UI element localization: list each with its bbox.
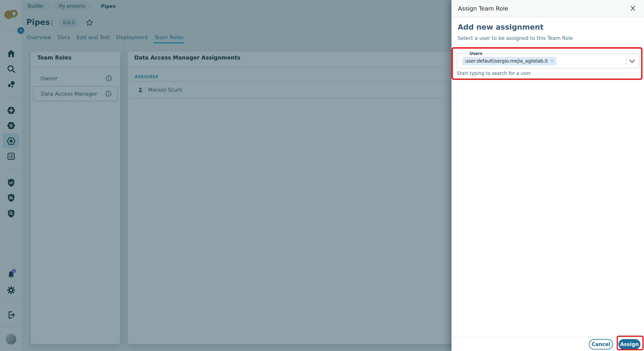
drawer-header: Assign Team Role: [452, 0, 644, 17]
selected-user-chip-label: user:default/sergio.mejia_agilelab.it: [465, 58, 548, 64]
drawer-title: Assign Team Role: [458, 5, 508, 12]
users-field-label: Users: [468, 51, 484, 56]
close-icon: [629, 4, 637, 12]
users-field-helper-text: Start typing to search for a user: [457, 71, 531, 76]
app-root: B: [0, 0, 644, 351]
assign-team-role-drawer: Assign Team Role Add new assignment Sele…: [452, 0, 644, 351]
chevron-down-icon: [629, 59, 636, 64]
drawer-close-button[interactable]: [629, 4, 637, 13]
users-dropdown-button[interactable]: [629, 58, 636, 64]
selected-user-chip[interactable]: user:default/sergio.mejia_agilelab.it: [462, 57, 556, 65]
users-select-field[interactable]: Users user:default/sergio.mejia_agilelab…: [457, 53, 640, 68]
drawer-footer: Cancel Assign: [452, 337, 644, 351]
drawer-subheading: Select a user to be assigned to this Tea…: [458, 35, 573, 41]
field-separator: [626, 57, 627, 65]
assign-button[interactable]: Assign: [618, 339, 640, 350]
chip-close-icon: [550, 59, 554, 63]
cancel-button[interactable]: Cancel: [589, 339, 613, 350]
drawer-scrim[interactable]: [0, 0, 452, 351]
remove-user-button[interactable]: [550, 59, 554, 63]
drawer-heading: Add new assignment: [458, 23, 544, 31]
